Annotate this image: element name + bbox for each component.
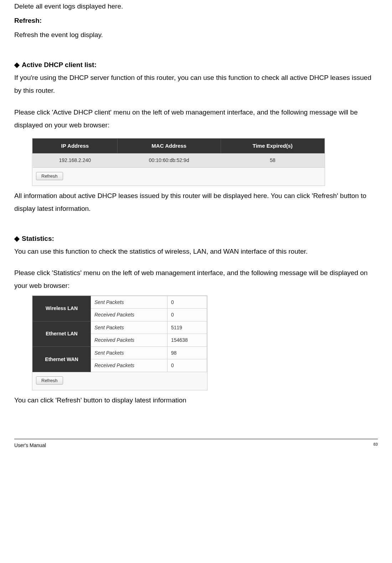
dhcp-table: IP Address MAC Address Time Expired(s) 1… [32, 138, 325, 168]
dhcp-table-row: 192.168.2.240 00:10:60:db:52:9d 58 [33, 153, 325, 168]
dhcp-para-2: Please click 'Active DHCP client' menu o… [14, 106, 378, 132]
stats-heading-text: Statistics: [22, 235, 54, 242]
page-footer: User's Manual 83 [14, 439, 378, 457]
dhcp-section-heading: ◆Active DHCP client list: [14, 59, 378, 71]
stats-metric-sent: Sent Packets [91, 346, 167, 359]
refresh-heading: Refresh: [14, 14, 378, 27]
dhcp-refresh-button[interactable]: Refresh [36, 172, 63, 180]
refresh-desc-text: Refresh the event log display. [14, 29, 378, 41]
dhcp-heading-text: Active DHCP client list: [22, 61, 97, 69]
dhcp-para-3: All information about active DHCP leases… [14, 189, 378, 215]
stats-metric-sent: Sent Packets [91, 296, 167, 309]
stats-row-elan-sent: Ethernet LAN Sent Packets 5119 [33, 321, 207, 334]
stats-para-2: Please click 'Statistics' menu on the le… [14, 267, 378, 292]
stats-val-ewan-recv: 0 [167, 359, 207, 372]
stats-val-wlan-sent: 0 [167, 296, 207, 309]
stats-row-wlan-sent: Wireless LAN Sent Packets 0 [33, 296, 207, 309]
stats-table: Wireless LAN Sent Packets 0 Received Pac… [32, 296, 207, 372]
dhcp-header-time: Time Expired(s) [221, 138, 324, 153]
footer-title: User's Manual [14, 441, 46, 450]
diamond-bullet-icon: ◆ [14, 59, 20, 71]
dhcp-screenshot: IP Address MAC Address Time Expired(s) 1… [32, 138, 325, 186]
stats-metric-recv: Received Packets [91, 359, 167, 372]
dhcp-table-header-row: IP Address MAC Address Time Expired(s) [33, 138, 325, 153]
stats-metric-recv: Received Packets [91, 309, 167, 321]
dhcp-cell-ip: 192.168.2.240 [33, 153, 118, 168]
footer-page-number: 83 [373, 441, 378, 450]
stats-refresh-button[interactable]: Refresh [36, 376, 63, 385]
stats-iface-elan: Ethernet LAN [33, 321, 91, 346]
stats-section-heading: ◆Statistics: [14, 232, 378, 245]
dhcp-header-ip: IP Address [33, 138, 118, 153]
stats-val-elan-recv: 154638 [167, 334, 207, 347]
dhcp-cell-time: 58 [221, 153, 324, 168]
dhcp-para-1: If you're using the DHCP server function… [14, 71, 378, 97]
stats-val-ewan-sent: 98 [167, 346, 207, 359]
stats-row-ewan-sent: Ethernet WAN Sent Packets 98 [33, 346, 207, 359]
stats-metric-recv: Received Packets [91, 334, 167, 347]
stats-val-elan-sent: 5119 [167, 321, 207, 334]
diamond-bullet-icon: ◆ [14, 232, 20, 245]
stats-val-wlan-recv: 0 [167, 309, 207, 321]
stats-metric-sent: Sent Packets [91, 321, 167, 334]
stats-para-3: You can click 'Refresh' button to displa… [14, 394, 378, 407]
dhcp-cell-mac: 00:10:60:db:52:9d [117, 153, 221, 168]
stats-para-1: You can use this function to check the s… [14, 245, 378, 258]
delete-logs-text: Delete all event logs displayed here. [14, 0, 378, 13]
dhcp-header-mac: MAC Address [117, 138, 221, 153]
stats-screenshot: Wireless LAN Sent Packets 0 Received Pac… [32, 295, 207, 391]
stats-iface-wlan: Wireless LAN [33, 296, 91, 321]
stats-iface-ewan: Ethernet WAN [33, 346, 91, 372]
